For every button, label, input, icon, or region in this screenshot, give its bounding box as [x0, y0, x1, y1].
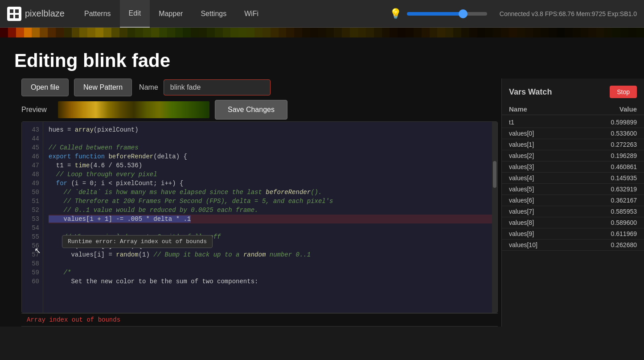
code-content[interactable]: hues = array(pixelCount) // Called betwe…	[43, 122, 497, 313]
var-name-6: values[5]	[509, 186, 592, 193]
var-value-6: 0.632919	[592, 186, 637, 193]
nav-item-edit[interactable]: Edit	[120, 0, 150, 28]
var-value-3: 0.196289	[592, 152, 637, 159]
var-value-1: 0.533600	[592, 130, 637, 137]
var-row-10: values[9]0.611969	[502, 228, 644, 240]
stop-button[interactable]: Stop	[610, 86, 637, 98]
var-row-3: values[2]0.196289	[502, 150, 644, 161]
nav-item-patterns[interactable]: Patterns	[75, 0, 120, 28]
var-row-8: values[7]0.585953	[502, 206, 644, 217]
svg-rect-0	[10, 9, 13, 13]
vars-col-name-header: Name	[509, 105, 592, 113]
scrollbar-thumb[interactable]	[493, 161, 496, 188]
var-value-4: 0.460861	[592, 163, 637, 170]
preview-section: Preview Save Changes	[21, 100, 498, 120]
svg-rect-1	[15, 9, 19, 13]
var-name-5: values[4]	[509, 174, 592, 182]
page-header: Editing blink fade	[0, 37, 644, 75]
var-value-11: 0.262680	[592, 241, 637, 248]
cursor-icon: ↖	[34, 246, 41, 256]
logo: pixelblaze	[7, 7, 65, 21]
var-name-11: values[10]	[509, 241, 592, 248]
var-row-11: values[10]0.262680	[502, 240, 644, 251]
var-row-4: values[3]0.460861	[502, 161, 644, 173]
vars-col-value-header: Value	[592, 105, 637, 113]
var-value-10: 0.611969	[592, 230, 637, 237]
var-name-8: values[7]	[509, 208, 592, 215]
preview-strip	[58, 101, 209, 118]
name-label: Name	[139, 83, 158, 91]
page-title: Editing blink fade	[14, 50, 630, 71]
bulb-icon: 💡	[390, 8, 402, 20]
code-editor[interactable]: 434445464748495051525354555657585960 hue…	[22, 122, 497, 313]
line-numbers: 434445464748495051525354555657585960	[22, 122, 43, 313]
var-name-0: t1	[509, 119, 592, 126]
nav-items: Patterns Edit Mapper Settings WiFi	[75, 0, 267, 28]
var-row-2: values[1]0.272263	[502, 139, 644, 150]
code-editor-wrapper: 434445464748495051525354555657585960 hue…	[21, 121, 498, 313]
open-file-button[interactable]: Open file	[21, 79, 69, 96]
editor-toolbar: Open file New Pattern Name	[21, 79, 498, 96]
var-row-7: values[6]0.362167	[502, 195, 644, 206]
save-changes-button[interactable]: Save Changes	[215, 100, 287, 120]
var-row-5: values[4]0.145935	[502, 173, 644, 184]
name-input[interactable]	[164, 79, 271, 95]
var-value-9: 0.589600	[592, 219, 637, 226]
nav-item-mapper[interactable]: Mapper	[150, 0, 192, 28]
var-value-7: 0.362167	[592, 197, 637, 204]
var-name-3: values[2]	[509, 152, 592, 159]
var-name-2: values[1]	[509, 141, 592, 148]
editor-column: Open file New Pattern Name Preview Save …	[11, 79, 501, 327]
status-text: Connected v3.8 FPS:68.76 Mem:9725 Exp:SB…	[500, 10, 637, 17]
logo-icon	[7, 7, 21, 21]
var-name-9: values[8]	[509, 219, 592, 226]
svg-rect-3	[15, 15, 19, 18]
var-row-1: values[0]0.533600	[502, 128, 644, 139]
vars-rows: t10.599899values[0]0.533600values[1]0.27…	[502, 117, 644, 251]
var-value-8: 0.585953	[592, 208, 637, 215]
brightness-slider-thumb	[459, 9, 468, 18]
led-strip-inner	[0, 28, 644, 37]
var-row-6: values[5]0.632919	[502, 184, 644, 195]
vars-header: Vars Watch Stop	[502, 84, 644, 103]
var-name-7: values[6]	[509, 197, 592, 204]
var-name-10: values[9]	[509, 230, 592, 237]
new-pattern-button[interactable]: New Pattern	[74, 79, 132, 96]
brightness-slider[interactable]	[407, 12, 487, 16]
preview-label: Preview	[21, 106, 53, 114]
logo-text: pixelblaze	[25, 8, 65, 19]
svg-rect-2	[10, 15, 13, 18]
var-name-1: values[0]	[509, 130, 592, 137]
scrollbar[interactable]	[492, 122, 497, 313]
vars-panel: Vars Watch Stop Name Value t10.599899val…	[501, 79, 644, 327]
var-row-9: values[8]0.589600	[502, 217, 644, 228]
nav-item-settings[interactable]: Settings	[192, 0, 235, 28]
nav-right: 💡 Connected v3.8 FPS:68.76 Mem:9725 Exp:…	[390, 8, 637, 20]
var-value-2: 0.272263	[592, 141, 637, 148]
var-value-5: 0.145935	[592, 174, 637, 182]
vars-title: Vars Watch	[509, 87, 552, 97]
var-name-4: values[3]	[509, 163, 592, 170]
var-row-0: t10.599899	[502, 117, 644, 128]
error-tooltip: Runtime error: Array index out of bounds	[62, 235, 213, 248]
var-value-0: 0.599899	[592, 119, 637, 126]
error-message: Array index out of bounds	[27, 316, 120, 323]
vars-col-headers: Name Value	[502, 103, 644, 115]
led-strip	[0, 28, 644, 37]
main-layout: Open file New Pattern Name Preview Save …	[0, 75, 644, 327]
navbar: pixelblaze Patterns Edit Mapper Settings…	[0, 0, 644, 28]
nav-item-wifi[interactable]: WiFi	[235, 0, 267, 28]
error-bar: Array index out of bounds	[21, 313, 498, 327]
